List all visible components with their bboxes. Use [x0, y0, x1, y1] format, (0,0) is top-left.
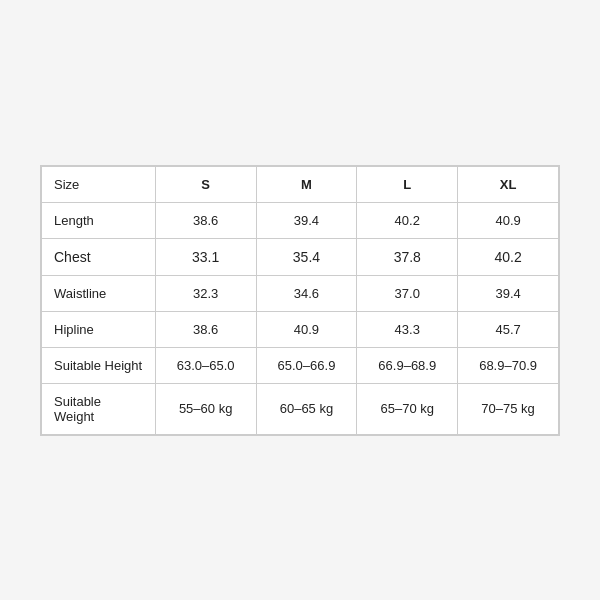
- header-m: M: [256, 166, 357, 202]
- header-s: S: [155, 166, 256, 202]
- length-m: 39.4: [256, 202, 357, 238]
- header-xl: XL: [458, 166, 559, 202]
- header-l: L: [357, 166, 458, 202]
- hipline-l: 43.3: [357, 311, 458, 347]
- height-s: 63.0–65.0: [155, 347, 256, 383]
- row-chest: Chest 33.1 35.4 37.8 40.2: [42, 238, 559, 275]
- chest-m: 35.4: [256, 238, 357, 275]
- waistline-m: 34.6: [256, 275, 357, 311]
- weight-l: 65–70 kg: [357, 383, 458, 434]
- waistline-xl: 39.4: [458, 275, 559, 311]
- size-chart-table: Size S M L XL Length 38.6 39.4 40.2 40.9…: [41, 166, 559, 435]
- length-l: 40.2: [357, 202, 458, 238]
- chest-s: 33.1: [155, 238, 256, 275]
- chest-l: 37.8: [357, 238, 458, 275]
- label-length: Length: [42, 202, 156, 238]
- weight-m: 60–65 kg: [256, 383, 357, 434]
- row-hipline: Hipline 38.6 40.9 43.3 45.7: [42, 311, 559, 347]
- height-m: 65.0–66.9: [256, 347, 357, 383]
- hipline-m: 40.9: [256, 311, 357, 347]
- row-length: Length 38.6 39.4 40.2 40.9: [42, 202, 559, 238]
- row-suitable-weight: Suitable Weight 55–60 kg 60–65 kg 65–70 …: [42, 383, 559, 434]
- weight-s: 55–60 kg: [155, 383, 256, 434]
- header-label: Size: [42, 166, 156, 202]
- label-suitable-height: Suitable Height: [42, 347, 156, 383]
- row-suitable-height: Suitable Height 63.0–65.0 65.0–66.9 66.9…: [42, 347, 559, 383]
- label-hipline: Hipline: [42, 311, 156, 347]
- height-xl: 68.9–70.9: [458, 347, 559, 383]
- chest-xl: 40.2: [458, 238, 559, 275]
- length-s: 38.6: [155, 202, 256, 238]
- height-l: 66.9–68.9: [357, 347, 458, 383]
- weight-xl: 70–75 kg: [458, 383, 559, 434]
- label-chest: Chest: [42, 238, 156, 275]
- waistline-l: 37.0: [357, 275, 458, 311]
- size-chart-wrapper: Size S M L XL Length 38.6 39.4 40.2 40.9…: [40, 165, 560, 436]
- row-waistline: Waistline 32.3 34.6 37.0 39.4: [42, 275, 559, 311]
- hipline-xl: 45.7: [458, 311, 559, 347]
- label-suitable-weight: Suitable Weight: [42, 383, 156, 434]
- length-xl: 40.9: [458, 202, 559, 238]
- hipline-s: 38.6: [155, 311, 256, 347]
- header-row: Size S M L XL: [42, 166, 559, 202]
- waistline-s: 32.3: [155, 275, 256, 311]
- label-waistline: Waistline: [42, 275, 156, 311]
